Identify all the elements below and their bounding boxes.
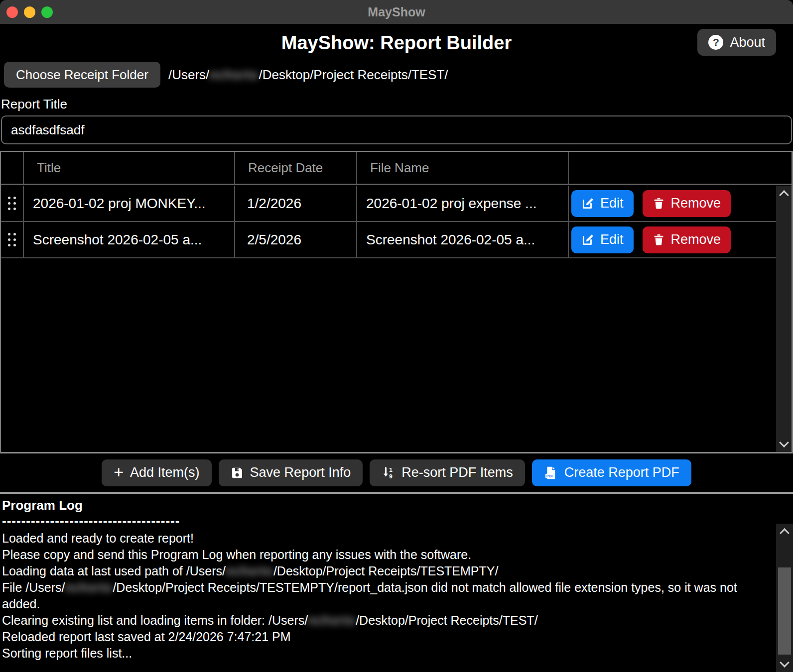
scroll-down-icon[interactable] [779,438,789,448]
log-scroll-down-icon[interactable] [780,658,790,668]
items-table: Title Receipt Date File Name 2026-01-02 … [0,151,793,453]
create-report-pdf-button[interactable]: PDF Create Report PDF [532,459,691,486]
drag-handle[interactable] [1,222,24,257]
create-report-pdf-label: Create Report PDF [564,465,679,480]
edit-button-label: Edit [600,196,624,211]
table-scrollbar[interactable] [776,186,792,452]
log-line: Please copy and send this Program Log wh… [2,547,766,563]
column-header-actions [569,152,792,184]
trash-icon [653,233,665,246]
choose-receipt-folder-button[interactable]: Choose Receipt Folder [4,62,160,88]
column-header-title: Title [24,152,235,184]
minimize-button[interactable] [24,6,35,18]
remove-button[interactable]: Remove [643,226,731,253]
window-titlebar: MayShow [0,0,793,24]
sort-numeric-down-icon: 1 9 [382,466,395,479]
log-scroll-up-icon[interactable] [780,528,790,538]
drag-dots-icon [8,233,16,246]
remove-button-label: Remove [671,196,721,211]
redacted-text: nchsrto [308,613,356,627]
row-file-name: Screenshot 2026-02-05 a... [357,222,569,257]
log-lines: Loaded and ready to create report!Please… [2,530,793,662]
table-row: Screenshot 2026-02-05 a... 2/5/2026 Scre… [1,222,776,258]
page-title: MayShow: Report Builder [0,24,793,62]
log-line: Loaded and ready to create report! [2,530,766,547]
drag-dots-icon [8,197,16,210]
save-report-info-label: Save Report Info [250,465,351,480]
row-title: 2026-01-02 proj MONKEY... [24,186,235,221]
resort-pdf-items-label: Re-sort PDF Items [401,465,513,480]
log-scrollbar[interactable] [776,524,793,672]
floppy-save-icon [231,466,244,479]
pdf-file-icon: PDF [544,466,558,480]
redacted-text: nchsrto [65,580,113,594]
window-title: MayShow [368,5,425,19]
row-title: Screenshot 2026-02-05 a... [24,222,235,257]
edit-button[interactable]: Edit [571,190,634,217]
redacted-text: nchsrto [209,67,259,82]
svg-text:1: 1 [389,466,393,473]
table-header-row: Title Receipt Date File Name [1,152,792,185]
svg-text:PDF: PDF [546,473,553,478]
zoom-button[interactable] [41,6,53,18]
program-log-panel: Program Log ----------------------------… [0,492,793,672]
table-body: 2026-01-02 proj MONKEY... 1/2/2026 2026-… [1,186,776,452]
about-button[interactable]: ? About [697,29,776,56]
receipt-folder-path: /Users/nchsrto/Desktop/Project Receipts/… [168,67,448,83]
scroll-up-icon[interactable] [779,190,789,200]
column-header-handle [1,152,24,184]
close-button[interactable] [6,6,18,18]
log-line: Clearing existing list and loading items… [2,612,766,629]
question-icon: ? [708,35,723,50]
remove-button-label: Remove [671,232,721,247]
action-toolbar: + Add Item(s) Save Report Info 1 9 Re-so… [0,453,793,492]
log-line: Sorting report files list... [2,645,766,662]
program-log-heading: Program Log [2,498,793,513]
edit-button-label: Edit [600,232,624,247]
edit-button[interactable]: Edit [571,226,634,253]
log-line: Reloaded report last saved at 2/24/2026 … [2,629,766,645]
report-title-input[interactable] [1,115,792,144]
table-row: 2026-01-02 proj MONKEY... 1/2/2026 2026-… [1,186,776,222]
row-file-name: 2026-01-02 proj expense ... [357,186,569,221]
column-header-receipt-date: Receipt Date [235,152,357,184]
add-items-label: Add Item(s) [130,465,200,480]
log-line: Loading data at last used path of /Users… [2,563,766,579]
log-line: File /Users/nchsrto/Desktop/Project Rece… [2,579,766,612]
drag-handle[interactable] [1,186,24,221]
log-scroll-thumb[interactable] [778,567,791,655]
row-receipt-date: 2/5/2026 [235,222,357,257]
row-receipt-date: 1/2/2026 [235,186,357,221]
edit-pencil-icon [581,233,594,246]
add-items-button[interactable]: + Add Item(s) [102,459,211,486]
report-title-label: Report Title [1,97,793,112]
save-report-info-button[interactable]: Save Report Info [219,459,363,486]
trash-icon [653,197,665,210]
edit-pencil-icon [581,197,594,210]
about-button-label: About [730,35,765,50]
column-header-file-name: File Name [357,152,569,184]
traffic-lights [6,6,53,18]
svg-text:9: 9 [389,473,393,479]
resort-pdf-items-button[interactable]: 1 9 Re-sort PDF Items [370,459,525,486]
log-divider: ------------------------------------- [2,513,793,528]
redacted-text: nchsrto [226,564,273,578]
remove-button[interactable]: Remove [643,190,731,217]
